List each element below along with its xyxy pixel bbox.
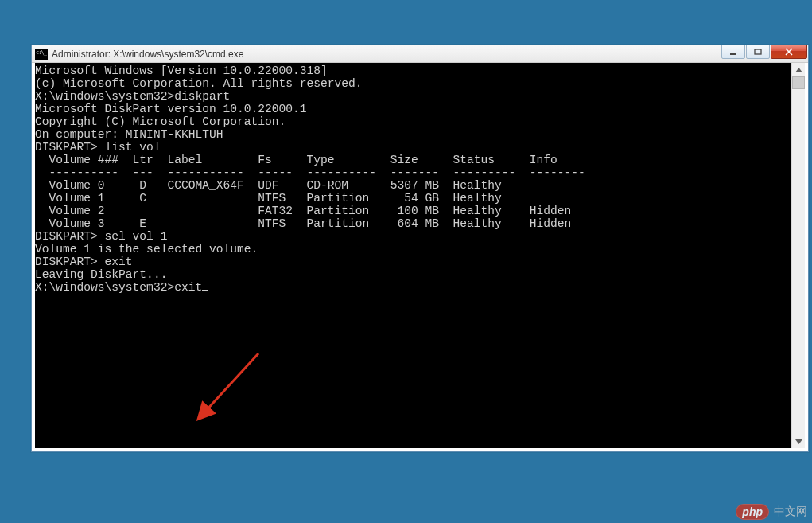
console-line: ---------- --- ----------- ----- -------… bbox=[35, 166, 805, 179]
watermark-text: 中文网 bbox=[774, 505, 807, 519]
console-line: Volume 1 is the selected volume. bbox=[35, 243, 805, 256]
minimize-button[interactable] bbox=[721, 45, 745, 59]
console-line: On computer: MININT-KKHLTUH bbox=[35, 128, 805, 141]
console-line: X:\windows\system32>exit bbox=[35, 281, 805, 294]
svg-rect-0 bbox=[730, 53, 736, 55]
maximize-button[interactable] bbox=[746, 45, 770, 59]
scrollbar[interactable] bbox=[791, 63, 805, 448]
text-cursor bbox=[202, 290, 208, 291]
console-line: DISKPART> exit bbox=[35, 256, 805, 268]
cmd-icon bbox=[35, 49, 48, 60]
watermark-badge: php bbox=[736, 504, 769, 520]
console-line: Volume ### Ltr Label Fs Type Size Status… bbox=[35, 154, 805, 166]
scroll-up-button[interactable] bbox=[792, 63, 805, 76]
scroll-down-button[interactable] bbox=[792, 435, 805, 448]
console-line: Microsoft DiskPart version 10.0.22000.1 bbox=[35, 103, 805, 115]
console-output[interactable]: Microsoft Windows [Version 10.0.22000.31… bbox=[35, 63, 805, 448]
console-line: Volume 2 FAT32 Partition 100 MB Healthy … bbox=[35, 205, 805, 217]
cmd-window: Administrator: X:\windows\system32\cmd.e… bbox=[31, 45, 809, 452]
watermark: php 中文网 bbox=[736, 504, 807, 520]
scroll-thumb[interactable] bbox=[792, 76, 805, 89]
close-button[interactable] bbox=[771, 45, 807, 59]
console-line: Leaving DiskPart... bbox=[35, 268, 805, 281]
console-line: Volume 3 E NTFS Partition 604 MB Healthy… bbox=[35, 217, 805, 230]
console-line: (c) Microsoft Corporation. All rights re… bbox=[35, 77, 805, 90]
svg-rect-1 bbox=[755, 49, 761, 54]
window-title: Administrator: X:\windows\system32\cmd.e… bbox=[52, 49, 721, 60]
console-line: Microsoft Windows [Version 10.0.22000.31… bbox=[35, 64, 805, 77]
titlebar[interactable]: Administrator: X:\windows\system32\cmd.e… bbox=[32, 45, 808, 63]
console-line: Volume 1 C NTFS Partition 54 GB Healthy bbox=[35, 192, 805, 205]
console-line: DISKPART> sel vol 1 bbox=[35, 230, 805, 243]
console-line: Copyright (C) Microsoft Corporation. bbox=[35, 115, 805, 128]
console-line: X:\windows\system32>diskpart bbox=[35, 90, 805, 103]
console-line: DISKPART> list vol bbox=[35, 141, 805, 154]
window-controls bbox=[721, 45, 807, 59]
console-line: Volume 0 D CCCOMA_X64F UDF CD-ROM 5307 M… bbox=[35, 179, 805, 192]
